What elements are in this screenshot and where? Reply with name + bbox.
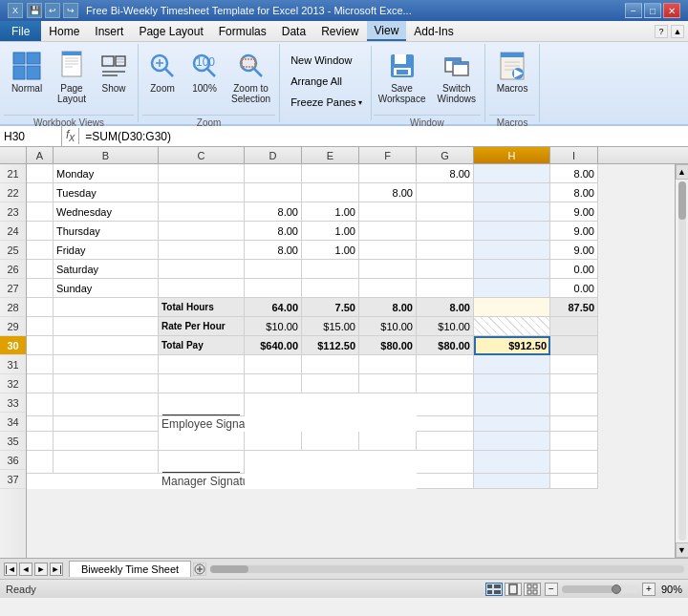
cell-e22[interactable] — [302, 183, 359, 202]
row-num-24[interactable]: 24 — [0, 222, 26, 241]
zoom-selection-button[interactable]: Zoom toSelection — [226, 48, 275, 113]
cell-g29[interactable]: $10.00 — [417, 317, 474, 336]
cell-d30[interactable]: $640.00 — [245, 336, 302, 355]
addins-menu[interactable]: Add-Ins — [406, 21, 461, 41]
last-sheet-button[interactable]: ►| — [50, 563, 63, 576]
cell-d27[interactable] — [245, 279, 302, 298]
scroll-thumb[interactable] — [678, 181, 686, 220]
cell-b28[interactable] — [54, 298, 159, 317]
row-num-25[interactable]: 25 — [0, 241, 26, 260]
cell-b29[interactable] — [54, 317, 159, 336]
col-header-a[interactable]: A — [27, 147, 54, 163]
zoom-button[interactable]: Zoom — [142, 48, 183, 113]
cell-e32[interactable] — [302, 374, 359, 393]
cell-e29[interactable]: $15.00 — [302, 317, 359, 336]
col-header-h[interactable]: H — [474, 147, 550, 163]
cell-f31[interactable] — [359, 355, 417, 374]
cell-i31[interactable] — [550, 355, 598, 374]
cell-d21[interactable] — [245, 164, 302, 183]
cell-h25[interactable] — [474, 241, 550, 260]
view-menu[interactable]: View — [367, 21, 407, 41]
page-layout-status-button[interactable] — [505, 583, 522, 596]
cell-d23[interactable]: 8.00 — [245, 202, 302, 222]
cell-e24[interactable]: 1.00 — [302, 222, 359, 241]
cell-g28[interactable]: 8.00 — [417, 298, 474, 317]
cell-a29[interactable] — [27, 317, 54, 336]
cell-h27[interactable] — [474, 279, 550, 298]
cell-c23[interactable] — [159, 202, 245, 222]
row-num-21[interactable]: 21 — [0, 164, 26, 183]
cell-reference[interactable]: H30 — [0, 126, 62, 146]
review-menu[interactable]: Review — [313, 21, 366, 41]
cell-h34[interactable] — [474, 432, 550, 451]
cell-c27[interactable] — [159, 279, 245, 298]
cell-h33[interactable] — [474, 393, 550, 416]
cell-d28[interactable]: 64.00 — [245, 298, 302, 317]
zoom-in-button[interactable]: + — [642, 583, 656, 596]
cell-f34[interactable] — [359, 432, 417, 451]
cell-i35[interactable] — [550, 451, 598, 474]
row-num-36[interactable]: 36 — [0, 451, 26, 470]
cell-a23[interactable] — [27, 202, 54, 222]
cell-c29-rate[interactable]: Rate Per Hour — [159, 317, 245, 336]
cell-a22[interactable] — [27, 183, 54, 202]
cell-i32[interactable] — [550, 374, 598, 393]
cell-d31[interactable] — [245, 355, 302, 374]
cell-g24[interactable] — [417, 222, 474, 241]
h-scroll-thumb[interactable] — [210, 565, 248, 573]
cell-g30[interactable]: $80.00 — [417, 336, 474, 355]
cell-h32[interactable] — [474, 374, 550, 393]
first-sheet-button[interactable]: |◄ — [4, 563, 17, 576]
cell-e30[interactable]: $112.50 — [302, 336, 359, 355]
cell-e28[interactable]: 7.50 — [302, 298, 359, 317]
cell-g27[interactable] — [417, 279, 474, 298]
cell-g33[interactable] — [417, 393, 474, 416]
cell-a26[interactable] — [27, 260, 54, 279]
undo-icon[interactable]: ↩ — [45, 3, 60, 18]
cell-f29[interactable]: $10.00 — [359, 317, 417, 336]
cell-a31[interactable] — [27, 355, 54, 374]
formula-input[interactable]: =SUM(D30:G30) — [79, 130, 688, 143]
cell-g26[interactable] — [417, 260, 474, 279]
prev-sheet-button[interactable]: ◄ — [19, 563, 32, 576]
page-break-status-button[interactable] — [524, 583, 541, 596]
normal-view-status-button[interactable] — [485, 583, 503, 596]
insert-menu[interactable]: Insert — [87, 21, 131, 41]
cell-e34[interactable] — [302, 432, 359, 451]
col-header-f[interactable]: F — [359, 147, 417, 163]
row-num-27[interactable]: 27 — [0, 279, 26, 298]
cell-e26[interactable] — [302, 260, 359, 279]
cell-h35[interactable] — [474, 451, 550, 474]
cell-b25[interactable]: Friday — [54, 241, 159, 260]
close-button[interactable]: ✕ — [663, 3, 680, 18]
cell-h30-active[interactable]: $912.50 — [474, 336, 550, 355]
cell-f32[interactable] — [359, 374, 417, 393]
data-menu[interactable]: Data — [274, 21, 313, 41]
cell-i34[interactable] — [550, 432, 598, 451]
cell-d33[interactable] — [245, 393, 302, 416]
cell-h31[interactable] — [474, 355, 550, 374]
col-header-d[interactable]: D — [245, 147, 302, 163]
cell-e33[interactable] — [302, 393, 359, 416]
horizontal-scrollbar[interactable] — [206, 565, 688, 573]
cell-b32[interactable] — [54, 374, 159, 393]
cell-c33[interactable] — [159, 393, 245, 416]
cell-b24[interactable]: Thursday — [54, 222, 159, 241]
cell-i24[interactable]: 9.00 — [550, 222, 598, 241]
new-window-button[interactable]: New Window — [284, 50, 368, 71]
row-num-32[interactable]: 32 — [0, 374, 26, 393]
cell-a28[interactable] — [27, 298, 54, 317]
cell-a30[interactable] — [27, 336, 54, 355]
cell-a32[interactable] — [27, 374, 54, 393]
cell-c28-total-hours[interactable]: Total Hours — [159, 298, 245, 317]
cell-a27[interactable] — [27, 279, 54, 298]
cell-e31[interactable] — [302, 355, 359, 374]
cell-g32[interactable] — [417, 374, 474, 393]
zoom-level[interactable]: 90% — [661, 584, 682, 595]
cell-b30[interactable] — [54, 336, 159, 355]
cell-c31[interactable] — [159, 355, 245, 374]
cell-d22[interactable] — [245, 183, 302, 202]
cell-a33b[interactable] — [27, 416, 54, 432]
cell-g21[interactable]: 8.00 — [417, 164, 474, 183]
cell-f23[interactable] — [359, 202, 417, 222]
